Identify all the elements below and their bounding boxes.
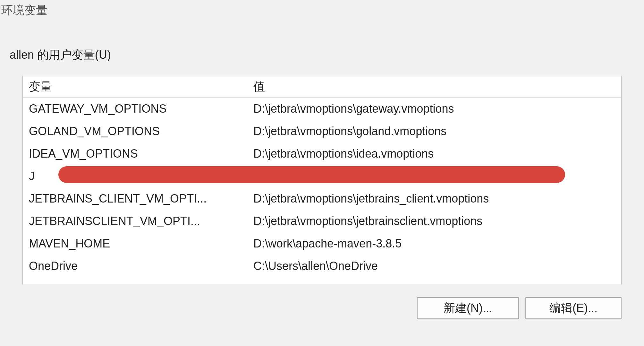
table-row[interactable]: JETBRAINSCLIENT_VM_OPTI...D:\jetbra\vmop… bbox=[23, 210, 621, 232]
variable-value-cell: D:\work\apache-maven-3.8.5 bbox=[248, 234, 621, 253]
user-variables-section: allen 的用户变量(U) 变量 值 GATEWAY_VM_OPTIONSD:… bbox=[0, 18, 644, 319]
new-button[interactable]: 新建(N)... bbox=[417, 297, 519, 319]
environment-variables-dialog: 环境变量 allen 的用户变量(U) 变量 值 GATEWAY_VM_OPTI… bbox=[0, 0, 644, 346]
table-row[interactable]: JETBRAINS_CLIENT_VM_OPTI...D:\jetbra\vmo… bbox=[23, 187, 621, 210]
header-variable-name[interactable]: 变量 bbox=[23, 76, 248, 99]
table-row[interactable]: IDEA_VM_OPTIONSD:\jetbra\vmoptions\idea.… bbox=[23, 143, 621, 165]
redaction-bar bbox=[58, 166, 565, 183]
variable-name-cell: IDEA_VM_OPTIONS bbox=[23, 144, 248, 163]
variables-table[interactable]: 变量 值 GATEWAY_VM_OPTIONSD:\jetbra\vmoptio… bbox=[22, 76, 622, 284]
variable-name-cell: JETBRAINSCLIENT_VM_OPTI... bbox=[23, 212, 248, 230]
header-variable-value[interactable]: 值 bbox=[248, 76, 621, 99]
variable-value-cell: D:\jetbra\vmoptions\gateway.vmoptions bbox=[248, 99, 621, 118]
table-row[interactable]: J bbox=[23, 165, 621, 187]
variable-name-cell: JETBRAINS_CLIENT_VM_OPTI... bbox=[23, 189, 248, 208]
variable-value-cell: D:\jetbra\vmoptions\jetbrainsclient.vmop… bbox=[248, 212, 621, 230]
table-row[interactable]: GATEWAY_VM_OPTIONSD:\jetbra\vmoptions\ga… bbox=[23, 98, 621, 120]
edit-button[interactable]: 编辑(E)... bbox=[525, 297, 622, 319]
table-row[interactable]: GOLAND_VM_OPTIONSD:\jetbra\vmoptions\gol… bbox=[23, 120, 621, 143]
variable-name-cell: MAVEN_HOME bbox=[23, 234, 248, 253]
variable-name-cell: GATEWAY_VM_OPTIONS bbox=[23, 99, 248, 118]
table-header: 变量 值 bbox=[23, 76, 621, 98]
section-label: allen 的用户变量(U) bbox=[10, 47, 634, 63]
table-row[interactable]: MAVEN_HOMED:\work\apache-maven-3.8.5 bbox=[23, 232, 621, 255]
variable-value-cell: D:\jetbra\vmoptions\idea.vmoptions bbox=[248, 144, 621, 163]
variable-value-cell: C:\Users\allen\OneDrive bbox=[248, 257, 621, 275]
variable-value-cell: D:\jetbra\vmoptions\jetbrains_client.vmo… bbox=[248, 189, 621, 208]
window-title: 环境变量 bbox=[0, 0, 644, 18]
variable-value-cell: D:\jetbra\vmoptions\goland.vmoptions bbox=[248, 122, 621, 141]
variable-name-cell: GOLAND_VM_OPTIONS bbox=[23, 122, 248, 141]
button-row: 新建(N)... 编辑(E)... bbox=[10, 297, 622, 319]
table-body: GATEWAY_VM_OPTIONSD:\jetbra\vmoptions\ga… bbox=[23, 98, 621, 277]
table-row[interactable]: OneDriveC:\Users\allen\OneDrive bbox=[23, 255, 621, 277]
variable-name-cell: OneDrive bbox=[23, 257, 248, 275]
